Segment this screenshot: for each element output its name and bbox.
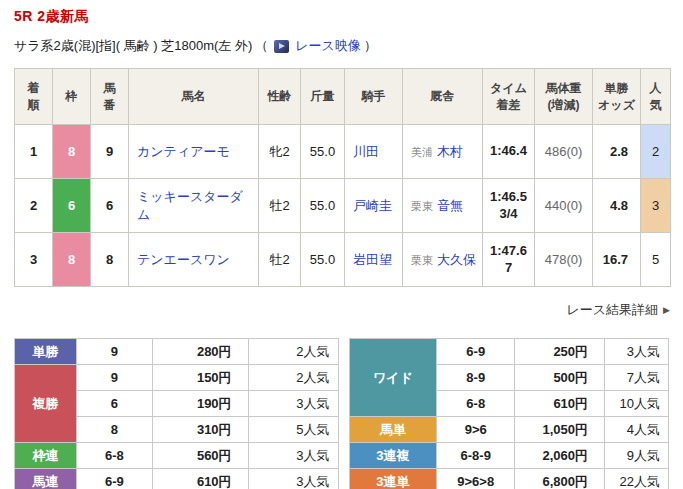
- combo-cell: 6: [76, 391, 152, 417]
- bet-type-sanrenpuku: 3連複: [349, 443, 437, 469]
- bet-type-wakuren: 枠連: [15, 443, 77, 469]
- rank-cell: 1: [15, 125, 53, 179]
- payout-table-right: ワイド 6-9 250円 3人気 8-9 500円 7人気 6-8 610円 1…: [349, 338, 670, 489]
- trainer-link[interactable]: 音無: [437, 198, 463, 213]
- results-header-row: 着順 枠 馬番 馬名 性齢 斤量 騎手 厩舎 タイム着差 馬体重(増減) 単勝オ…: [15, 69, 671, 125]
- payout-section: 単勝 9 280円 2人気 複勝 9 150円 2人気 6 190円 3人気: [14, 338, 669, 489]
- stable-region: 美浦: [411, 146, 433, 158]
- stable-region: 栗東: [411, 254, 433, 266]
- amount-cell: 6,800円: [515, 469, 605, 489]
- detail-link-row: レース結果詳細▶: [14, 301, 670, 319]
- race-results-table: 着順 枠 馬番 馬名 性齢 斤量 騎手 厩舎 タイム着差 馬体重(増減) 単勝オ…: [14, 68, 671, 287]
- popularity-cell: 3: [641, 179, 671, 233]
- bet-type-sanrentan: 3連単: [349, 469, 437, 489]
- jockey-link[interactable]: 川田: [353, 144, 379, 159]
- weight-cell: 55.0: [301, 179, 345, 233]
- horse-weight-cell: 486(0): [535, 125, 593, 179]
- frame-cell: 8: [53, 233, 91, 287]
- combo-cell: 6-9: [76, 469, 152, 489]
- jockey-link[interactable]: 戸崎圭: [353, 198, 392, 213]
- col-header-horse-weight: 馬体重(増減): [535, 69, 593, 125]
- horse-name-cell: カンティアーモ: [129, 125, 259, 179]
- amount-cell: 2,060円: [515, 443, 605, 469]
- amount-cell: 610円: [152, 469, 248, 489]
- bet-type-umaren: 馬連: [15, 469, 77, 489]
- horse-no-cell: 9: [91, 125, 129, 179]
- combo-cell: 6-8-9: [437, 443, 515, 469]
- trainer-link[interactable]: 大久保: [437, 252, 476, 267]
- col-header-rank: 着順: [15, 69, 53, 125]
- odds-cell: 2.8: [593, 125, 641, 179]
- page-title: 5R 2歳新馬: [14, 8, 669, 26]
- amount-cell: 560円: [152, 443, 248, 469]
- stable-cell: 美浦木村: [403, 125, 483, 179]
- bet-type-tansho: 単勝: [15, 339, 77, 365]
- col-header-sex-age: 性齢: [259, 69, 301, 125]
- rank-cell: 2: [15, 179, 53, 233]
- popularity-cell: 2: [641, 125, 671, 179]
- payout-table-left: 単勝 9 280円 2人気 複勝 9 150円 2人気 6 190円 3人気: [14, 338, 339, 489]
- odds-cell: 16.7: [593, 233, 641, 287]
- col-header-time-margin: タイム着差: [483, 69, 535, 125]
- right-arrow-icon: ▶: [663, 305, 670, 315]
- popularity-cell: 7人気: [605, 365, 669, 391]
- horse-name-cell: ミッキースターダム: [129, 179, 259, 233]
- amount-cell: 310円: [152, 417, 248, 443]
- payout-row: 3連単 9>6>8 6,800円 22人気: [349, 469, 669, 489]
- payout-row: 馬単 9>6 1,050円 4人気: [349, 417, 669, 443]
- col-header-stable: 厩舎: [403, 69, 483, 125]
- popularity-cell: 5人気: [248, 417, 338, 443]
- trainer-link[interactable]: 木村: [437, 144, 463, 159]
- amount-cell: 250円: [515, 339, 605, 365]
- horse-name-link[interactable]: カンティアーモ: [137, 144, 230, 159]
- race-video-link[interactable]: レース映像: [295, 37, 361, 55]
- time-margin-cell: 1:47.67: [483, 233, 535, 287]
- race-conditions: サラ系2歳(混)[指]( 馬齢 ) 芝1800m(左 外) （ レース映像 ）: [14, 37, 669, 55]
- jockey-cell: 岩田望: [345, 233, 403, 287]
- amount-cell: 280円: [152, 339, 248, 365]
- payout-row: 馬連 6-9 610円 3人気: [15, 469, 339, 489]
- jockey-cell: 川田: [345, 125, 403, 179]
- race-video-icon[interactable]: [274, 40, 289, 53]
- jockey-link[interactable]: 岩田望: [353, 252, 392, 267]
- race-result-detail-link[interactable]: レース結果詳細▶: [566, 302, 670, 317]
- paren-open: （: [255, 37, 268, 55]
- payout-row: ワイド 6-9 250円 3人気: [349, 339, 669, 365]
- col-header-frame: 枠: [53, 69, 91, 125]
- result-row: 1 8 9 カンティアーモ 牝2 55.0 川田 美浦木村 1:46.4 486…: [15, 125, 671, 179]
- time-margin-cell: 1:46.4: [483, 125, 535, 179]
- horse-no-cell: 8: [91, 233, 129, 287]
- stable-cell: 栗東音無: [403, 179, 483, 233]
- paren-close: ）: [364, 37, 377, 55]
- combo-cell: 9: [76, 339, 152, 365]
- weight-cell: 55.0: [301, 233, 345, 287]
- stable-region: 栗東: [411, 200, 433, 212]
- bet-type-fukusho: 複勝: [15, 365, 77, 443]
- payout-row: 単勝 9 280円 2人気: [15, 339, 339, 365]
- time-margin-cell: 1:46.53/4: [483, 179, 535, 233]
- sex-age-cell: 牝2: [259, 125, 301, 179]
- frame-cell: 8: [53, 125, 91, 179]
- popularity-cell: 22人気: [605, 469, 669, 489]
- horse-name-link[interactable]: ミッキースターダム: [137, 189, 243, 222]
- horse-name-cell: テンエースワン: [129, 233, 259, 287]
- bet-type-umatan: 馬単: [349, 417, 437, 443]
- jockey-cell: 戸崎圭: [345, 179, 403, 233]
- popularity-cell: 2人気: [248, 339, 338, 365]
- col-header-horse-name: 馬名: [129, 69, 259, 125]
- popularity-cell: 4人気: [605, 417, 669, 443]
- combo-cell: 8-9: [437, 365, 515, 391]
- amount-cell: 500円: [515, 365, 605, 391]
- popularity-cell: 3人気: [248, 443, 338, 469]
- popularity-cell: 3人気: [605, 339, 669, 365]
- payout-row: 枠連 6-8 560円 3人気: [15, 443, 339, 469]
- amount-cell: 610円: [515, 391, 605, 417]
- result-row: 2 6 6 ミッキースターダム 牡2 55.0 戸崎圭 栗東音無 1:46.53…: [15, 179, 671, 233]
- horse-weight-cell: 440(0): [535, 179, 593, 233]
- horse-name-link[interactable]: テンエースワン: [137, 252, 230, 267]
- popularity-cell: 3人気: [248, 391, 338, 417]
- rank-cell: 3: [15, 233, 53, 287]
- payout-row: 3連複 6-8-9 2,060円 9人気: [349, 443, 669, 469]
- stable-cell: 栗東大久保: [403, 233, 483, 287]
- result-row: 3 8 8 テンエースワン 牡2 55.0 岩田望 栗東大久保 1:47.67 …: [15, 233, 671, 287]
